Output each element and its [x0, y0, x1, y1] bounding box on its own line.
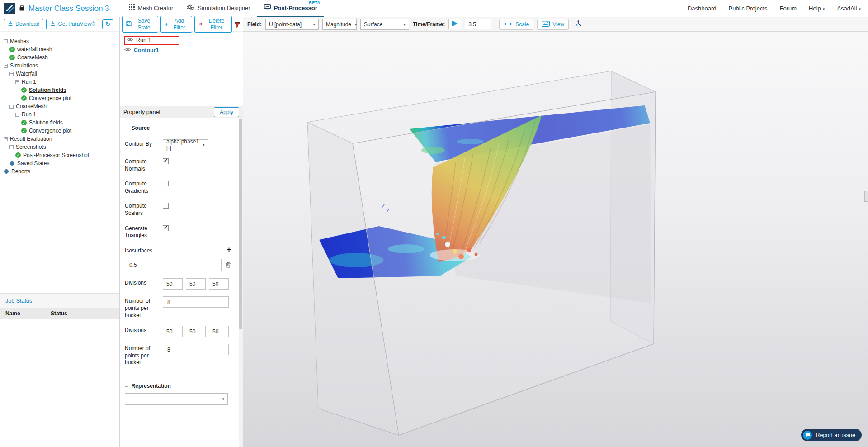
divisions-x-input[interactable]	[163, 326, 183, 337]
project-tree: Meshes waterfall mesh CoarseMesh Simulat…	[0, 32, 119, 293]
check-icon	[21, 120, 27, 125]
collapse-icon[interactable]	[4, 64, 8, 68]
contour-by-select[interactable]: alpha.phase1 [-]	[163, 139, 208, 150]
tree-item-result-evaluation[interactable]: Result Evaluation	[3, 135, 119, 143]
check-icon	[9, 55, 15, 60]
tree-item-saved-states[interactable]: Saved States	[3, 159, 119, 167]
top-bar: Master Class Session 3 Mesh Creator Simu…	[0, 0, 868, 17]
play-button[interactable]	[448, 19, 461, 29]
divisions-x-input[interactable]	[163, 278, 183, 290]
nav-help-menu[interactable]: Help	[809, 5, 825, 12]
divisions-z-input[interactable]	[209, 326, 229, 337]
dot-icon	[4, 169, 9, 174]
user-menu[interactable]: AsadAli	[837, 5, 861, 12]
tab-post-processor[interactable]: BETA Post-Processor	[257, 0, 324, 17]
representation-select[interactable]	[125, 393, 228, 405]
points-per-bucket-input[interactable]	[163, 344, 229, 355]
divisions-z-input[interactable]	[209, 278, 229, 290]
check-icon	[21, 128, 27, 133]
pipeline-browser: Run 1 Contour1	[120, 32, 243, 106]
tree-item-solution-fields[interactable]: Solution fields	[3, 86, 119, 94]
compute-gradients-label: Compute Gradients	[125, 179, 163, 195]
visibility-eye-icon[interactable]	[127, 37, 133, 43]
contour-by-label: Contour By	[125, 139, 163, 148]
delete-filter-button[interactable]: ✕ Delete Filter	[194, 16, 232, 33]
pipeline-item-contour1[interactable]: Contour1	[123, 45, 240, 55]
scale-button[interactable]: Scale	[499, 19, 533, 30]
nav-dashboard[interactable]: Dashboard	[688, 5, 717, 12]
tree-item-solution-fields-2[interactable]: Solution fields	[3, 119, 119, 127]
tree-item-screenshots[interactable]: Screenshots	[3, 143, 119, 151]
filter-icon[interactable]	[234, 21, 241, 28]
tree-item-reports[interactable]: Reports	[3, 167, 119, 176]
compute-scalars-checkbox[interactable]	[163, 203, 169, 209]
collapse-icon[interactable]	[4, 137, 8, 141]
tree-item-meshes[interactable]: Meshes	[3, 37, 119, 45]
generate-triangles-checkbox[interactable]	[163, 225, 169, 231]
field-select[interactable]: U [point-data]	[265, 19, 319, 30]
tree-item-coarsemesh[interactable]: CoarseMesh	[3, 53, 119, 62]
axes-button[interactable]	[572, 19, 584, 30]
collapse-icon[interactable]	[4, 39, 8, 43]
download-icon	[8, 21, 13, 28]
play-icon	[451, 21, 458, 28]
add-isosurface-button[interactable]: +	[227, 246, 231, 253]
property-panel-body: Source Contour By alpha.phase1 [-] Compu…	[120, 118, 243, 447]
viewport-toolbar: Field: U [point-data] Magnitude Surface …	[243, 17, 868, 32]
section-source[interactable]: Source	[125, 124, 231, 131]
view-button[interactable]: View	[537, 19, 569, 30]
collapse-icon[interactable]	[9, 72, 14, 76]
property-scrollbar[interactable]	[239, 118, 243, 447]
floppy-icon	[126, 21, 132, 28]
delete-isosurface-trash-icon[interactable]	[226, 262, 231, 268]
points-per-bucket-label: Number of points per bucket	[125, 296, 163, 319]
section-representation[interactable]: Representation	[125, 383, 231, 390]
scrollbar-thumb[interactable]	[239, 119, 242, 329]
tree-item-coarsemesh-sim[interactable]: CoarseMesh	[3, 102, 119, 110]
job-status-panel: Job Status Name Status	[0, 293, 119, 447]
apply-button[interactable]: Apply	[214, 107, 239, 117]
collapse-icon[interactable]	[9, 145, 14, 149]
property-panel-header: Property panel Apply	[120, 106, 243, 118]
divisions-y-input[interactable]	[186, 326, 206, 337]
nav-forum[interactable]: Forum	[780, 5, 797, 12]
tree-item-convergence-plot[interactable]: Convergence plot	[3, 94, 119, 102]
isosurface-value-input[interactable]	[125, 259, 222, 271]
dot-icon	[10, 161, 14, 166]
legend-collapse-handle[interactable]	[864, 191, 868, 202]
visibility-eye-icon[interactable]	[124, 47, 131, 53]
compute-normals-checkbox[interactable]	[163, 158, 169, 164]
component-select[interactable]: Magnitude	[322, 19, 357, 30]
collapse-icon[interactable]	[15, 113, 19, 117]
pipeline-item-run-1[interactable]: Run 1	[123, 35, 240, 45]
representation-mode-select[interactable]: Surface	[360, 19, 409, 30]
tree-item-coarsemesh-run-1[interactable]: Run 1	[3, 110, 119, 119]
tree-item-convergence-plot-2[interactable]: Convergence plot	[3, 127, 119, 135]
selected-pipeline-highlight[interactable]: Run 1	[124, 36, 179, 45]
tree-item-simulations[interactable]: Simulations	[3, 62, 119, 70]
points-per-bucket-input[interactable]	[163, 296, 229, 308]
refresh-button[interactable]: ↻	[102, 19, 113, 29]
beta-badge: BETA	[309, 0, 320, 5]
tab-simulation-designer[interactable]: Simulation Designer	[180, 0, 257, 17]
download-button[interactable]: Download	[4, 19, 43, 29]
compute-gradients-checkbox[interactable]	[163, 181, 169, 186]
add-filter-button[interactable]: + Add Filter	[160, 16, 192, 33]
time-frame-input[interactable]	[465, 19, 491, 29]
nav-public-projects[interactable]: Public Projects	[729, 5, 768, 12]
tab-mesh-creator[interactable]: Mesh Creator	[122, 0, 180, 17]
app-logo-icon	[4, 3, 15, 14]
tree-item-waterfall-mesh[interactable]: waterfall mesh	[3, 45, 119, 53]
tree-item-post-processor-screenshot[interactable]: Post-Processor Screenshot	[3, 151, 119, 159]
collapse-icon[interactable]	[9, 105, 14, 109]
viewport-3d[interactable]: Report an issue	[243, 32, 868, 447]
tree-item-waterfall[interactable]: Waterfall	[3, 70, 119, 78]
report-issue-button[interactable]: Report an issue	[801, 429, 862, 441]
collapse-icon[interactable]	[15, 80, 19, 84]
get-paraview-button[interactable]: Get ParaView®	[46, 19, 99, 29]
double-arrow-icon	[504, 21, 513, 28]
tree-item-waterfall-run-1[interactable]: Run 1	[3, 78, 119, 86]
save-state-button[interactable]: Save State	[122, 16, 158, 33]
divisions-y-input[interactable]	[186, 278, 206, 290]
points-per-bucket-label: Number of points per bucket	[125, 344, 163, 366]
